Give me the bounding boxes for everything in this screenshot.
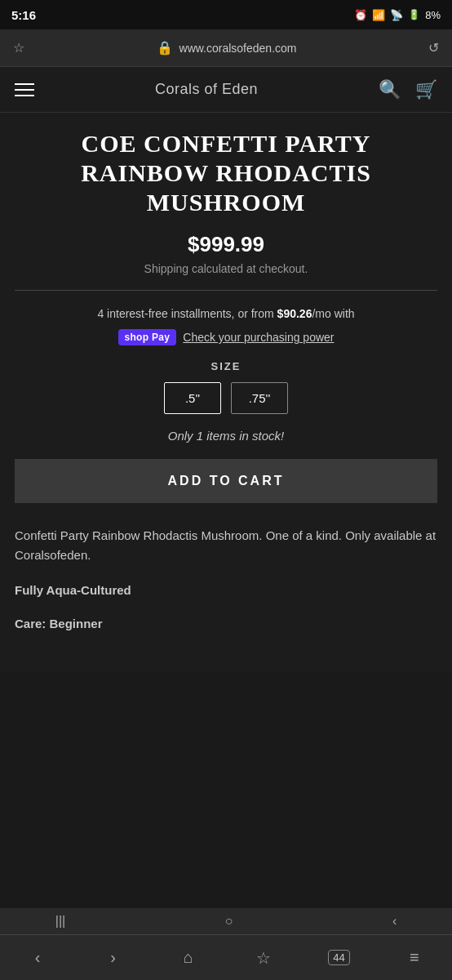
android-home-indicator: ○ bbox=[225, 914, 233, 929]
gesture-bar: ||| ○ ‹ bbox=[0, 908, 452, 934]
nav-actions: 🔍 🛒 bbox=[379, 79, 437, 100]
signal-icon: 📡 bbox=[390, 9, 403, 21]
status-icons: ⏰ 📶 📡 🔋 8% bbox=[354, 9, 441, 21]
lock-icon: 🔒 bbox=[157, 40, 173, 56]
browser-bar: ☆ 🔒 www.coralsofeden.com ↺ bbox=[0, 29, 452, 67]
status-time: 5:16 bbox=[11, 8, 36, 22]
product-description: Confetti Party Rainbow Rhodactis Mushroo… bbox=[15, 526, 437, 565]
main-content: COE CONFETTI PARTY RAINBOW RHODACTIS MUS… bbox=[0, 113, 452, 672]
bookmark-nav-icon: ☆ bbox=[256, 948, 271, 968]
browser-bar-center: 🔒 www.coralsofeden.com bbox=[24, 40, 428, 56]
browser-url[interactable]: www.coralsofeden.com bbox=[179, 42, 297, 55]
menu-icon: ≡ bbox=[410, 948, 419, 967]
android-back-indicator: ‹ bbox=[392, 914, 397, 929]
size-option-1[interactable]: .75'' bbox=[231, 382, 288, 414]
forward-icon: › bbox=[110, 948, 116, 967]
bottom-nav: ‹ › ⌂ ☆ 44 ≡ bbox=[0, 934, 452, 980]
product-detail-1: Fully Aqua-Cultured bbox=[15, 581, 437, 600]
android-menu-indicator: ||| bbox=[55, 914, 65, 929]
wifi-icon: 📶 bbox=[372, 9, 385, 21]
site-title: Corals of Eden bbox=[155, 81, 258, 98]
shop-pay-link[interactable]: Check your purchasing power bbox=[183, 331, 334, 344]
shop-pay-badge: shop Pay bbox=[118, 329, 177, 345]
alarm-icon: ⏰ bbox=[354, 9, 367, 21]
installments-prefix: 4 interest-free installments, or from bbox=[97, 307, 277, 320]
nav-bar: Corals of Eden 🔍 🛒 bbox=[0, 67, 452, 113]
installments-amount: $90.26 bbox=[277, 307, 312, 320]
price-section: $999.99 bbox=[15, 232, 437, 257]
divider bbox=[15, 290, 437, 291]
add-to-cart-button[interactable]: ADD TO CART bbox=[15, 459, 437, 503]
browser-bookmark-button[interactable]: ☆ bbox=[226, 948, 301, 968]
tabs-badge: 44 bbox=[328, 950, 349, 965]
size-option-0[interactable]: .5'' bbox=[164, 382, 221, 414]
product-title: COE CONFETTI PARTY RAINBOW RHODACTIS MUS… bbox=[15, 129, 437, 217]
browser-back-button[interactable]: ‹ bbox=[0, 948, 75, 967]
back-icon: ‹ bbox=[35, 948, 41, 967]
shop-pay-row: shop Pay Check your purchasing power bbox=[15, 329, 437, 345]
cart-icon[interactable]: 🛒 bbox=[415, 79, 437, 100]
browser-forward-button[interactable]: › bbox=[75, 948, 150, 967]
size-label: SIZE bbox=[15, 360, 437, 372]
product-price: $999.99 bbox=[188, 232, 264, 256]
hamburger-menu-icon[interactable] bbox=[15, 83, 34, 96]
battery-icon: 🔋 bbox=[408, 9, 420, 20]
stock-text: Only 1 items in stock! bbox=[15, 429, 437, 443]
browser-home-button[interactable]: ⌂ bbox=[151, 948, 226, 967]
shipping-text: Shipping calculated at checkout. bbox=[15, 262, 437, 275]
browser-tabs-button[interactable]: 44 bbox=[301, 950, 376, 965]
size-options: .5'' .75'' bbox=[15, 382, 437, 414]
battery-percentage: 8% bbox=[425, 9, 441, 21]
status-bar: 5:16 ⏰ 📶 📡 🔋 8% bbox=[0, 0, 452, 29]
bookmark-icon[interactable]: ☆ bbox=[13, 40, 24, 56]
installments-suffix: /mo with bbox=[312, 307, 354, 320]
refresh-icon[interactable]: ↺ bbox=[428, 40, 439, 56]
product-detail-2: Care: Beginner bbox=[15, 615, 437, 634]
search-icon[interactable]: 🔍 bbox=[379, 79, 401, 100]
installments-text: 4 interest-free installments, or from $9… bbox=[15, 304, 437, 324]
browser-menu-button[interactable]: ≡ bbox=[377, 948, 452, 967]
home-icon: ⌂ bbox=[184, 948, 193, 967]
